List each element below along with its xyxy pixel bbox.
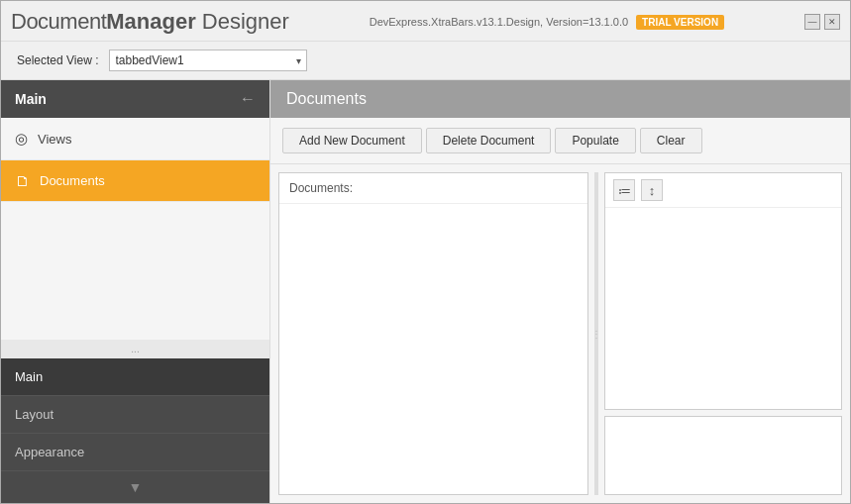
app-title: DocumentManagerDesigner [11,9,289,35]
sidebar-section-appearance[interactable]: Appearance [1,434,269,471]
sidebar-section-appearance-label: Appearance [15,445,84,459]
sidebar-footer-arrow-icon: ▼ [129,479,143,495]
panel-header: Documents [270,80,850,118]
right-props-panel: ≔ ↕ [604,172,842,495]
props-bottom-panel [604,416,842,495]
app-title-designer: Designer [202,9,289,35]
main-window: DocumentManagerDesigner DevExpress.XtraB… [0,0,851,504]
sidebar-dots: ... [1,340,269,358]
sidebar-item-documents[interactable]: 🗋 Documents [1,160,269,202]
sidebar-header: Main ← [1,80,269,118]
view-select-wrapper: tabbedView1 ▾ [109,50,307,71]
panel-body: Documents: ⋮ ≔ ↕ [270,164,850,503]
sidebar-item-documents-label: Documents [40,173,105,188]
sidebar-items: ◎ Views 🗋 Documents [1,118,269,340]
sidebar-section-main[interactable]: Main [1,358,269,396]
app-title-manager: Manager [106,9,195,35]
sidebar-sections: Main Layout Appearance [1,358,269,471]
title-bar-center: DevExpress.XtraBars.v13.1.Design, Versio… [370,15,724,30]
trial-badge: TRIAL VERSION [636,15,724,30]
title-bar: DocumentManagerDesigner DevExpress.XtraB… [1,1,850,42]
sidebar: Main ← ◎ Views 🗋 Documents ... Main [1,80,270,503]
sidebar-section-main-label: Main [15,369,43,384]
delete-document-button[interactable]: Delete Document [426,128,552,153]
props-content [605,208,841,409]
version-info: DevExpress.XtraBars.v13.1.Design, Versio… [370,16,628,28]
app-title-doc: Document [11,9,106,35]
close-button[interactable]: ✕ [824,14,840,30]
sidebar-footer: ▼ [1,471,269,503]
panel-toolbar: Add New Document Delete Document Populat… [270,118,850,164]
sort-az-button[interactable]: ↕ [641,179,663,201]
sidebar-section-layout-label: Layout [15,407,53,422]
sidebar-item-views-label: Views [38,132,71,147]
documents-label: Documents: [279,173,587,204]
right-panel: Documents Add New Document Delete Docume… [270,80,850,503]
documents-list-panel: Documents: [278,172,588,495]
sidebar-back-button[interactable]: ← [240,90,256,108]
view-select[interactable]: tabbedView1 [109,50,307,71]
selected-view-label: Selected View : [17,53,99,67]
views-icon: ◎ [15,130,28,148]
sort-props-icon: ≔ [618,183,631,198]
main-content: Main ← ◎ Views 🗋 Documents ... Main [1,80,850,503]
sidebar-section-layout[interactable]: Layout [1,396,269,434]
clear-button[interactable]: Clear [640,128,702,153]
documents-icon: 🗋 [15,172,30,189]
documents-content [279,204,587,494]
selected-view-bar: Selected View : tabbedView1 ▾ [1,42,850,80]
props-top-panel: ≔ ↕ [604,172,842,410]
add-new-document-button[interactable]: Add New Document [282,128,422,153]
sidebar-header-label: Main [15,91,47,107]
sort-az-icon: ↕ [649,183,656,198]
populate-button[interactable]: Populate [555,128,635,153]
minimize-button[interactable]: — [804,14,820,30]
sort-props-button[interactable]: ≔ [613,179,635,201]
sidebar-item-views[interactable]: ◎ Views [1,118,269,160]
title-bar-controls: — ✕ [804,14,840,30]
props-toolbar: ≔ ↕ [605,173,841,208]
panel-header-label: Documents [286,90,367,107]
vertical-splitter[interactable]: ⋮ [594,172,598,495]
